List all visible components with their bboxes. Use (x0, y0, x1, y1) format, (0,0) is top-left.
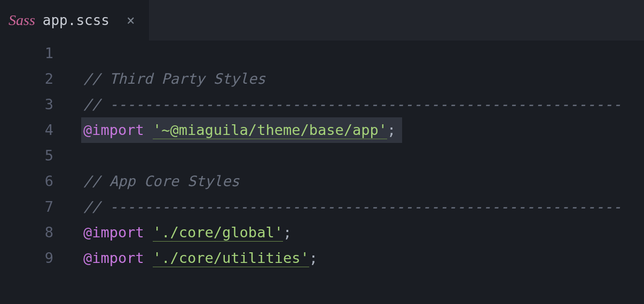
highlighted-line: @import '~@miaguila/theme/base/app'; (81, 117, 402, 143)
comment-divider: // -------------------------------------… (83, 96, 622, 113)
code-line-1 (64, 41, 644, 66)
comment-text: // Third Party Styles (83, 70, 265, 87)
sass-icon: Sass (9, 12, 35, 29)
line-number: 6 (0, 169, 64, 194)
comment-divider: // -------------------------------------… (83, 198, 622, 215)
code-line-3: // -------------------------------------… (64, 92, 644, 117)
code-area[interactable]: // Third Party Styles // ---------------… (64, 41, 644, 304)
line-number: 5 (0, 143, 64, 169)
keyword-import: @import (83, 250, 144, 266)
line-number: 7 (0, 194, 64, 220)
line-number: 4 (0, 117, 64, 143)
code-line-6: // App Core Styles (64, 169, 644, 194)
tab-filename: app.scss (43, 12, 109, 28)
tab-app-scss[interactable]: Sass app.scss × (0, 0, 149, 41)
keyword-import: @import (83, 224, 144, 241)
string-path: '~@miaguila/theme/base/app' (153, 122, 387, 139)
keyword-import: @import (83, 122, 144, 138)
string-path: './core/global' (153, 224, 283, 242)
code-editor[interactable]: 1 2 3 4 5 6 7 8 9 // Third Party Styles … (0, 41, 644, 304)
semicolon: ; (283, 224, 292, 241)
line-number: 9 (0, 245, 64, 271)
semicolon: ; (387, 122, 396, 138)
line-number: 2 (0, 66, 64, 92)
line-number: 1 (0, 41, 64, 66)
code-line-8: @import './core/global'; (64, 220, 644, 245)
code-line-2: // Third Party Styles (64, 66, 644, 92)
string-path: './core/utilities' (153, 250, 309, 267)
tab-bar: Sass app.scss × (0, 0, 644, 41)
line-number: 3 (0, 92, 64, 117)
comment-text: // App Core Styles (83, 173, 240, 189)
close-icon[interactable]: × (127, 12, 135, 28)
code-line-7: // -------------------------------------… (64, 194, 644, 220)
semicolon: ; (309, 250, 318, 266)
line-number: 8 (0, 220, 64, 245)
code-line-4: @import '~@miaguila/theme/base/app'; (64, 117, 644, 143)
code-line-5 (64, 143, 644, 169)
gutter: 1 2 3 4 5 6 7 8 9 (0, 41, 64, 304)
code-line-9: @import './core/utilities'; (64, 245, 644, 271)
